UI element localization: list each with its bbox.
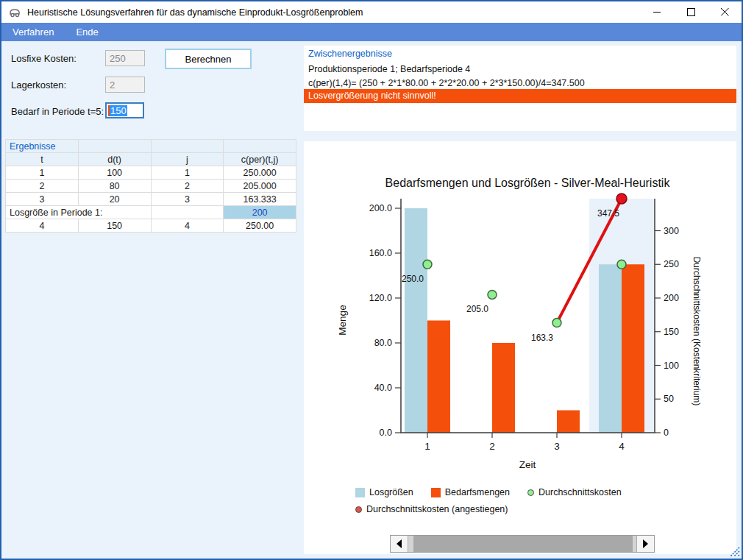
svg-text:150: 150 bbox=[664, 327, 679, 337]
intermediate-results-panel: Zwischenergebnisse Produktionsperiode 1;… bbox=[304, 46, 736, 131]
minimize-button[interactable] bbox=[640, 1, 674, 23]
grid-cell[interactable]: 3 bbox=[6, 193, 79, 206]
bar-bedarf-p3 bbox=[557, 411, 580, 433]
grid-cell bbox=[224, 140, 296, 153]
lot-size-label-cell[interactable]: Losgröße in Periode 1: bbox=[6, 206, 152, 219]
grid-cell[interactable]: 4 bbox=[151, 219, 224, 233]
col-header-dt[interactable]: d(t) bbox=[78, 153, 151, 166]
left-axis-label: Menge bbox=[337, 305, 348, 335]
scrollbar-thumb[interactable] bbox=[413, 536, 633, 552]
horizontal-scrollbar[interactable] bbox=[390, 535, 655, 553]
avg-cost-point-p2 bbox=[488, 290, 497, 299]
grid-cell bbox=[151, 140, 224, 153]
results-title: Ergebnisse bbox=[6, 140, 79, 153]
app-window: Heuristische Lösungsverfahren für das dy… bbox=[0, 0, 743, 560]
chart-title: Bedarfsmengen und Losgrößen - Silver-Mea… bbox=[385, 177, 671, 189]
scrollbar-left-button[interactable] bbox=[391, 536, 408, 552]
table-row: 4 150 4 250.00 bbox=[6, 219, 296, 233]
close-icon bbox=[721, 8, 729, 16]
svg-text:3: 3 bbox=[554, 441, 560, 452]
results-grid[interactable]: Ergebnisse t d(t) j c(per)(t,j) 1 100 1 … bbox=[5, 139, 296, 233]
grid-cell[interactable]: 20 bbox=[78, 193, 151, 206]
close-button[interactable] bbox=[708, 1, 742, 23]
svg-text:347.5: 347.5 bbox=[597, 208, 619, 219]
grid-cell[interactable]: 163.333 bbox=[224, 193, 296, 206]
avg-cost-point-p4 bbox=[617, 260, 626, 269]
col-header-t[interactable]: t bbox=[6, 153, 79, 166]
scrollbar-left-arrow-icon bbox=[397, 539, 402, 548]
legend-angestiegen-marker-icon bbox=[355, 506, 362, 513]
right-axis-label: Durchschnittskosten (Kostenkriterium) bbox=[692, 257, 702, 406]
svg-text:163.3: 163.3 bbox=[531, 333, 553, 343]
svg-text:200: 200 bbox=[664, 293, 679, 303]
maximize-icon bbox=[687, 8, 695, 16]
svg-text:80.0: 80.0 bbox=[374, 338, 392, 348]
grid-cell[interactable]: 4 bbox=[6, 219, 79, 233]
svg-text:120.0: 120.0 bbox=[369, 293, 392, 303]
svg-text:40.0: 40.0 bbox=[374, 383, 392, 393]
grid-cell[interactable]: 150 bbox=[78, 219, 151, 233]
table-row: 1 100 1 250.000 bbox=[6, 166, 296, 180]
increased-cost-point bbox=[616, 194, 627, 204]
grid-cell[interactable]: 250.000 bbox=[224, 166, 296, 180]
legend-durchschnittskosten-marker-icon bbox=[527, 489, 534, 496]
berechnen-button[interactable]: Berechnen bbox=[165, 49, 252, 69]
grid-cell[interactable] bbox=[151, 206, 224, 219]
maximize-button[interactable] bbox=[674, 1, 708, 23]
svg-text:250.0: 250.0 bbox=[402, 274, 424, 284]
grid-cell bbox=[78, 140, 151, 153]
svg-text:1: 1 bbox=[424, 441, 430, 452]
warning-banner: Losvergrößerung nicht sinnvoll! bbox=[304, 89, 736, 103]
scrollbar-right-arrow-icon bbox=[643, 539, 648, 548]
menu-item-ende[interactable]: Ende bbox=[65, 23, 109, 41]
grid-cell[interactable]: 250.00 bbox=[224, 219, 296, 233]
menu-bar: Verfahren Ende bbox=[1, 23, 742, 41]
grid-cell[interactable]: 80 bbox=[78, 180, 151, 193]
svg-text:2: 2 bbox=[489, 441, 495, 452]
svg-text:100: 100 bbox=[664, 361, 679, 371]
bar-losgroesse-p4 bbox=[599, 264, 622, 433]
app-icon[interactable] bbox=[8, 6, 21, 19]
svg-text:205.0: 205.0 bbox=[466, 304, 488, 314]
avg-cost-point-p3 bbox=[552, 319, 561, 327]
losfixe-kosten-value: 250 bbox=[110, 53, 126, 64]
grid-cell[interactable]: 205.000 bbox=[224, 180, 296, 193]
table-row: 3 20 3 163.333 bbox=[6, 193, 296, 206]
avg-cost-point-p1 bbox=[423, 260, 432, 269]
svg-text:4: 4 bbox=[619, 441, 625, 452]
left-tick-marks bbox=[395, 208, 401, 433]
bedarf-periode-value: 150 bbox=[110, 105, 127, 116]
grid-cell[interactable]: 3 bbox=[151, 193, 224, 206]
x-tick-labels: 1 2 3 4 bbox=[424, 441, 625, 452]
scrollbar-right-button[interactable] bbox=[636, 536, 654, 552]
grid-cell[interactable]: 1 bbox=[151, 166, 224, 180]
x-tick-marks bbox=[427, 433, 622, 438]
legend-angestiegen-label: Durchschnittskosten (angestiegen) bbox=[366, 504, 508, 514]
lot-size-value-cell[interactable]: 200 bbox=[224, 206, 296, 219]
losfixe-kosten-field: 250 bbox=[105, 50, 145, 66]
bedarf-periode-field[interactable]: 150 bbox=[105, 102, 144, 118]
svg-text:160.0: 160.0 bbox=[369, 248, 392, 258]
window-title: Heuristische Lösungsverfahren für das dy… bbox=[27, 7, 363, 18]
menu-item-verfahren[interactable]: Verfahren bbox=[1, 23, 65, 41]
bar-losgroesse-p1 bbox=[405, 208, 427, 433]
grid-cell[interactable]: 2 bbox=[6, 180, 79, 193]
minimize-icon bbox=[653, 8, 661, 16]
lagerkosten-field: 2 bbox=[105, 77, 145, 93]
svg-text:0: 0 bbox=[664, 428, 669, 438]
legend-bedarfsmengen-swatch-icon bbox=[431, 488, 441, 497]
table-row: 2 80 2 205.000 bbox=[6, 180, 296, 193]
col-header-cper[interactable]: c(per)(t,j) bbox=[224, 153, 296, 166]
title-bar[interactable]: Heuristische Lösungsverfahren für das dy… bbox=[1, 1, 742, 23]
chart-panel: Bedarfsmengen und Losgrößen - Silver-Mea… bbox=[304, 141, 736, 554]
lagerkosten-label: Lagerkosten: bbox=[11, 79, 66, 91]
resize-grip-icon[interactable] bbox=[728, 545, 740, 557]
grid-cell[interactable]: 1 bbox=[6, 166, 79, 180]
legend-durchschnittskosten-label: Durchschnittskosten bbox=[538, 487, 622, 497]
left-tick-labels: 200.0 160.0 120.0 80.0 40.0 0.0 bbox=[369, 203, 392, 438]
bar-bedarf-p4 bbox=[622, 264, 644, 433]
legend-losgroessen-swatch-icon bbox=[355, 488, 365, 497]
grid-cell[interactable]: 100 bbox=[78, 166, 151, 180]
col-header-j[interactable]: j bbox=[151, 153, 224, 166]
grid-cell[interactable]: 2 bbox=[151, 180, 224, 193]
